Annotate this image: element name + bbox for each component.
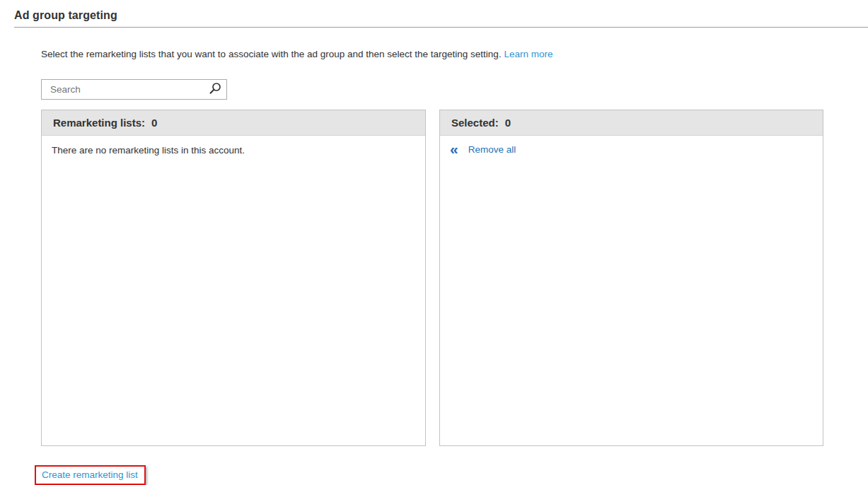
remove-all-row: « Remove all xyxy=(440,136,823,163)
search-box[interactable] xyxy=(41,79,227,100)
learn-more-link[interactable]: Learn more xyxy=(504,49,552,59)
selected-count: 0 xyxy=(505,117,511,129)
selected-header-label: Selected: xyxy=(451,117,499,129)
remarketing-lists-panel: Remarketing lists: 0 There are no remark… xyxy=(41,110,426,446)
remarketing-lists-panel-header: Remarketing lists: 0 xyxy=(42,110,425,136)
remove-all-link[interactable]: Remove all xyxy=(468,144,516,155)
create-remarketing-list-highlight-box: Create remarketing list xyxy=(35,465,146,485)
page-title: Ad group targeting xyxy=(14,9,117,22)
empty-list-message: There are no remarketing lists in this a… xyxy=(42,136,425,165)
search-icon xyxy=(208,82,221,98)
remarketing-lists-count: 0 xyxy=(151,117,157,129)
ad-group-targeting-page: Ad group targeting Select the remarketin… xyxy=(0,0,868,485)
title-divider xyxy=(14,27,868,28)
chevron-double-left-icon[interactable]: « xyxy=(450,143,458,156)
description-text: Select the remarketing lists that you wa… xyxy=(41,49,552,59)
selected-panel: Selected: 0 « Remove all xyxy=(439,110,823,446)
remarketing-lists-header-label: Remarketing lists: xyxy=(53,117,145,129)
create-remarketing-list-link[interactable]: Create remarketing list xyxy=(42,469,138,480)
search-input[interactable] xyxy=(42,80,202,99)
selected-panel-header: Selected: 0 xyxy=(440,110,823,136)
search-button[interactable] xyxy=(202,80,226,99)
description-body: Select the remarketing lists that you wa… xyxy=(41,49,502,59)
